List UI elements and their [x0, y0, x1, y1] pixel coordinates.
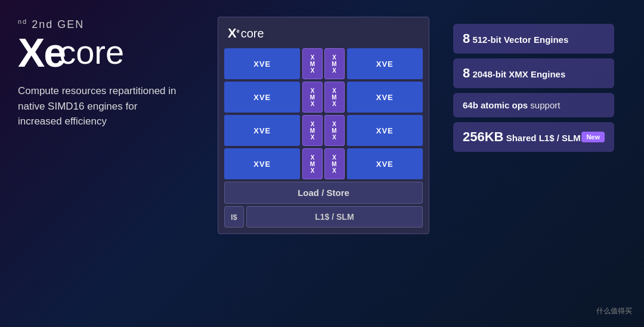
- xmx-block-1a: XMX: [302, 48, 323, 79]
- xve-row-3: XVE XMX XMX XVE: [224, 115, 423, 146]
- xmx-pair-2: XMX XMX: [302, 82, 344, 113]
- xve-right-4: XVE: [347, 148, 423, 179]
- xmx-block-3b: XMX: [324, 115, 345, 146]
- xve-left-2: XVE: [224, 82, 300, 113]
- i-cache-block: I$: [224, 206, 244, 228]
- xe-core-wordmark: core: [59, 36, 124, 69]
- xmx-pair-4: XMX XMX: [302, 148, 344, 179]
- spec-normal-3: support: [528, 100, 560, 110]
- spec-item-1: 8 512-bit Vector Engines: [453, 24, 614, 54]
- xmx-block-4a: XMX: [302, 148, 323, 179]
- xve-right-3: XVE: [347, 115, 423, 146]
- xmx-block-2a: XMX: [302, 82, 323, 113]
- xe-brand: Xe: [18, 32, 65, 73]
- xmx-block-4b: XMX: [324, 148, 345, 179]
- xve-left-1: XVE: [224, 48, 300, 79]
- xmx-block-2b: XMX: [324, 82, 345, 113]
- gen-sup: nd: [18, 18, 27, 25]
- spec-number-1: 8: [463, 31, 470, 46]
- cache-row: I$ L1$ / SLM: [224, 206, 423, 228]
- spec-bold-3: 64b atomic ops: [463, 100, 528, 110]
- xe-core-header: Xe core: [224, 23, 423, 43]
- l1-cache-block: L1$ / SLM: [246, 206, 423, 228]
- spec-text-1: 512-bit Vector Engines: [472, 35, 568, 45]
- xve-row-4: XVE XMX XMX XVE: [224, 148, 423, 179]
- xve-right-1: XVE: [347, 48, 423, 79]
- description-text: Compute resources repartitioned in nativ…: [18, 83, 179, 129]
- watermark: 什么值得买: [596, 306, 632, 316]
- xve-row-2: XVE XMX XMX XVE: [224, 82, 423, 113]
- spec-item-2: 8 2048-bit XMX Engines: [453, 58, 614, 88]
- spec-bold-4: Shared L1$ / SLM: [506, 133, 581, 143]
- xmx-block-3a: XMX: [302, 115, 323, 146]
- xve-row-1: XVE XMX XMX XVE: [224, 48, 423, 79]
- new-badge: New: [581, 132, 605, 142]
- xve-left-3: XVE: [224, 115, 300, 146]
- spec-item-4: 256KB Shared L1$ / SLM New: [453, 122, 614, 152]
- xe-core-box: Xe core XVE XMX XMX XVE XVE XMX XMX XVE …: [218, 17, 429, 234]
- spec-item-3: 64b atomic ops support: [453, 93, 614, 117]
- xmx-pair-1: XMX XMX: [302, 48, 344, 79]
- spec-content-4: 256KB Shared L1$ / SLM: [463, 129, 581, 145]
- xe-core-label: core: [241, 27, 264, 41]
- spec-number-2: 8: [463, 66, 470, 80]
- spec-text-2: 2048-bit XMX Engines: [472, 69, 565, 79]
- right-specs: 8 512-bit Vector Engines 8 2048-bit XMX …: [453, 24, 614, 152]
- xe-logo-small: Xe: [228, 26, 240, 41]
- xe-e: e: [44, 30, 65, 75]
- load-store-bar: Load / Store: [224, 182, 423, 204]
- xve-left-4: XVE: [224, 148, 300, 179]
- xve-right-2: XVE: [347, 82, 423, 113]
- spec-number-4: 256KB: [463, 129, 503, 144]
- xmx-pair-3: XMX XMX: [302, 115, 344, 146]
- xe-logo: Xe core: [18, 32, 203, 73]
- left-section: nd 2nd GEN Xe core Compute resources rep…: [18, 18, 203, 129]
- xmx-block-1b: XMX: [324, 48, 345, 79]
- xe-core-diagram: Xe core XVE XMX XMX XVE XVE XMX XMX XVE …: [218, 17, 429, 234]
- gen-label: nd 2nd GEN: [18, 18, 203, 31]
